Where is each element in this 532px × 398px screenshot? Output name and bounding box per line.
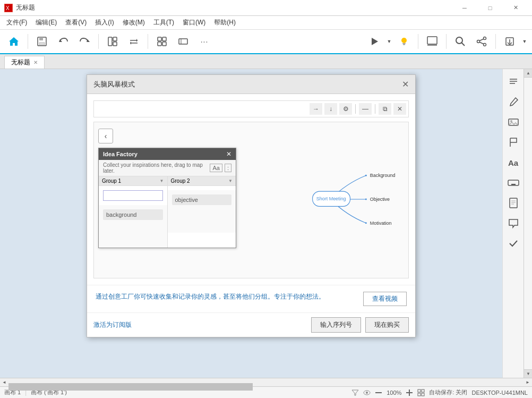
svg-rect-53 [510,198,517,208]
svg-marker-18 [372,38,378,45]
col-2-arrow-icon[interactable]: ▼ [228,179,233,183]
redo-button[interactable] [75,32,94,51]
bulb-button[interactable] [394,32,414,51]
zoom-in-icon[interactable] [406,389,413,396]
close-button[interactable]: ✕ [503,0,528,16]
svg-rect-62 [409,389,410,396]
style-panel-button[interactable] [505,94,522,111]
svg-point-59 [366,392,368,394]
arrow-down-tool[interactable]: ↓ [324,103,337,115]
copy-tool[interactable]: ⧉ [379,103,391,115]
menu-help[interactable]: 帮助(H) [210,16,240,29]
idea-factory: Idea Factory ✕ Collect your inspirations… [98,148,236,248]
separator-5 [446,34,447,49]
svg-text:X: X [6,5,10,11]
maximize-button[interactable]: □ [478,0,502,16]
menu-file[interactable]: 文件(F) [2,16,31,29]
scroll-thumb-horizontal[interactable] [8,383,253,391]
idea-col-2-header: Group 2 ▼ [168,176,236,186]
scroll-down-button[interactable]: ▼ [524,369,532,378]
home-button[interactable] [4,32,23,51]
font-size-control[interactable]: Aa [210,164,222,172]
swap-button[interactable] [124,32,143,51]
menu-insert[interactable]: 插入(I) [91,16,118,29]
menu-tools[interactable]: 工具(T) [149,16,178,29]
brainstorm-modal: 头脑风暴模式 ✕ → ↓ ⚙ — ⧉ ✕ [87,74,416,337]
menu-modify[interactable]: 修改(M) [118,16,149,29]
menu-view[interactable]: 查看(V) [61,16,91,29]
scroll-up-button[interactable]: ▲ [524,69,532,78]
undo-button[interactable] [54,32,73,51]
separator-6 [495,34,496,49]
svg-rect-21 [403,44,405,45]
mindmap-svg: Short Meeting Background Objective Motiv… [251,133,398,266]
separator-2 [98,34,99,49]
frame-button[interactable] [174,32,193,51]
idea-col-1: Group 1 ▼ background [99,176,168,248]
idea-factory-desc: Collect your inspirations here, drag to … [103,162,210,174]
idea-card-objective[interactable]: objective [172,194,232,205]
notes-panel-button[interactable] [505,134,522,151]
tab-untitled[interactable]: 无标题 ✕ [4,56,45,69]
present-button[interactable] [365,32,384,51]
svg-point-19 [401,38,407,43]
tab-label: 无标题 [11,58,30,67]
tasks-panel-button[interactable] [505,235,522,252]
bold-control[interactable]: : [225,164,231,172]
vertical-scrollbar[interactable]: ▲ ▼ [524,69,532,378]
export-dropdown[interactable]: ▼ [521,32,528,51]
right-panel: Aa [502,69,524,378]
tab-close-icon[interactable]: ✕ [33,60,38,65]
present-dropdown[interactable]: ▼ [386,32,392,51]
svg-rect-7 [108,37,112,46]
arrow-right-tool[interactable]: → [310,103,322,115]
eye-icon [363,389,371,396]
svg-rect-65 [418,393,421,396]
layout-button[interactable] [103,32,122,51]
more-button[interactable]: ··· [195,32,214,51]
idea-card-background[interactable]: background [103,209,163,220]
idea-factory-close[interactable]: ✕ [226,150,231,158]
horizontal-scrollbar[interactable]: ◄ ► [0,378,532,386]
modal-header: 头脑风暴模式 ✕ [87,75,415,94]
idea-col-2-label: Group 2 [171,178,190,184]
fit-icon[interactable] [417,389,425,396]
menu-window[interactable]: 窗口(W) [178,16,210,29]
comments-panel-button[interactable] [505,215,522,232]
dash-tool[interactable]: — [359,103,372,115]
settings-tool[interactable]: ⚙ [339,103,352,115]
col-1-arrow-icon[interactable]: ▼ [160,179,164,183]
computer-name: DESKTOP-U441MNL [471,389,528,396]
idea-col-1-input[interactable] [103,190,163,201]
enter-serial-button[interactable]: 输入序列号 [311,317,361,333]
close-tool[interactable]: ✕ [393,103,406,115]
toolbar: ··· ▼ ▼ [0,30,532,54]
grid-button[interactable] [152,32,171,51]
theme-button[interactable] [423,32,442,51]
buy-now-button[interactable]: 现在购买 [365,317,409,333]
search-button[interactable] [451,32,470,51]
scroll-right-button[interactable]: ► [524,378,532,387]
menu-edit[interactable]: 编辑(E) [31,16,61,29]
modal-description: 通过创意工厂你可快速收集和记录你的灵感，甚至将他们分组。专注于你的想法。 查看视… [87,285,415,312]
separator-3 [148,34,148,49]
save-button[interactable] [32,32,52,51]
scroll-left-button[interactable]: ◄ [0,378,8,387]
idea-col-1-body: background [99,205,167,248]
minimize-button[interactable]: ─ [452,0,477,16]
watch-video-button[interactable]: 查看视频 [363,292,407,306]
properties-panel-button[interactable] [505,194,522,211]
outline-panel-button[interactable] [505,73,522,90]
idea-factory-toolbar: Collect your inspirations here, drag to … [99,160,236,176]
image-panel-button[interactable] [505,114,522,131]
modal-close-button[interactable]: ✕ [402,79,409,89]
modal-title: 头脑风暴模式 [93,80,135,89]
share-button[interactable] [472,32,491,51]
back-button[interactable]: ‹ [98,129,113,143]
shortcuts-panel-button[interactable] [505,174,522,191]
separator-1 [28,34,28,49]
activate-link[interactable]: 激活为订阅版 [93,320,132,329]
export-button[interactable] [500,32,519,51]
text-panel-button[interactable]: Aa [505,154,522,171]
zoom-out-icon[interactable] [375,389,382,396]
